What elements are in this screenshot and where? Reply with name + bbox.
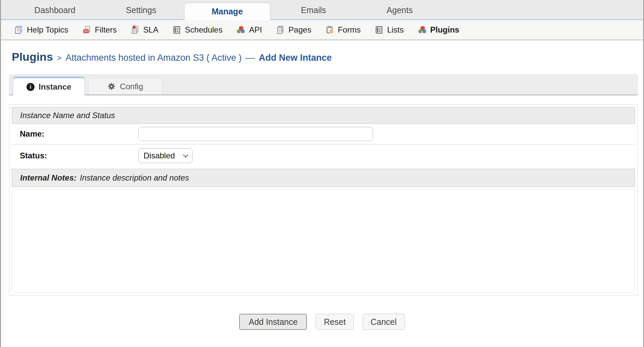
tab-agents[interactable]: Agents bbox=[357, 0, 443, 20]
status-select-value: Disabled bbox=[144, 151, 175, 160]
subnav-label: API bbox=[249, 25, 262, 35]
subnav-label: Lists bbox=[387, 25, 404, 35]
subnav-label: SLA bbox=[143, 25, 158, 35]
tab-config[interactable]: Config bbox=[88, 78, 162, 95]
info-icon: i bbox=[26, 83, 35, 91]
notes-label: Internal Notes: bbox=[20, 173, 76, 183]
status-row: Status: Disabled bbox=[12, 145, 635, 167]
subnav-label: Schedules bbox=[185, 25, 222, 35]
internal-notes-textarea[interactable] bbox=[12, 189, 635, 293]
name-row: Name: bbox=[12, 124, 635, 145]
subnav-item-lists[interactable]: Lists bbox=[375, 25, 404, 35]
status-label: Status: bbox=[12, 151, 138, 160]
subnav-label: Filters bbox=[95, 25, 117, 35]
svg-text:?: ? bbox=[16, 28, 19, 33]
name-input[interactable] bbox=[138, 127, 373, 141]
content-tab-strip: i Instance Config bbox=[9, 75, 638, 95]
tab-dashboard[interactable]: Dashboard bbox=[12, 0, 98, 20]
gear-icon bbox=[107, 82, 116, 91]
filters-icon bbox=[83, 26, 91, 34]
subnav-label: Forms bbox=[338, 25, 361, 35]
notes-hint: Instance description and notes bbox=[80, 173, 189, 183]
subnav-label: Help Topics bbox=[27, 25, 68, 35]
tab-emails[interactable]: Emails bbox=[270, 0, 357, 20]
subnav-item-pages[interactable]: Pages bbox=[276, 25, 311, 35]
pages-icon bbox=[276, 26, 285, 34]
lists-icon bbox=[375, 26, 383, 34]
status-select[interactable]: Disabled bbox=[138, 148, 193, 163]
tab-manage[interactable]: Manage bbox=[184, 3, 270, 20]
instance-form: Instance Name and Status Name: Status: D… bbox=[9, 104, 638, 295]
breadcrumb-section-link[interactable]: Plugins bbox=[12, 50, 53, 63]
tab-instance[interactable]: i Instance bbox=[13, 77, 85, 95]
subnav-item-filters[interactable]: Filters bbox=[83, 25, 117, 35]
forms-icon bbox=[325, 26, 334, 34]
breadcrumb-dash: — bbox=[246, 53, 255, 63]
cancel-button[interactable]: Cancel bbox=[363, 314, 405, 330]
chevron-down-icon bbox=[183, 152, 189, 157]
admin-page: Dashboard Settings Manage Emails Agents … bbox=[0, 0, 644, 347]
form-actions: Add Instance Reset Cancel bbox=[1, 314, 643, 330]
breadcrumb: Plugins > Attachments hosted in Amazon S… bbox=[12, 50, 643, 66]
section-title: Instance Name and Status bbox=[20, 111, 115, 120]
page-title: Add New Intance bbox=[259, 53, 332, 63]
tab-instance-label: Instance bbox=[39, 82, 71, 92]
tab-config-label: Config bbox=[120, 82, 143, 91]
help-topics-icon: ? bbox=[14, 26, 23, 34]
sub-nav: ? Help Topics Filters bbox=[1, 20, 643, 40]
add-instance-button[interactable]: Add Instance bbox=[239, 314, 307, 330]
name-label: Name: bbox=[12, 129, 138, 139]
tab-settings[interactable]: Settings bbox=[98, 0, 184, 20]
subnav-item-api[interactable]: API bbox=[236, 25, 262, 35]
schedules-icon bbox=[172, 26, 181, 34]
subnav-label: Pages bbox=[288, 25, 311, 35]
sla-icon bbox=[131, 26, 140, 34]
section-header-name-status: Instance Name and Status bbox=[12, 107, 635, 124]
breadcrumb-separator: > bbox=[57, 54, 61, 63]
reset-button[interactable]: Reset bbox=[316, 314, 354, 330]
subnav-item-help-topics[interactable]: ? Help Topics bbox=[14, 25, 68, 35]
subnav-item-forms[interactable]: Forms bbox=[325, 25, 361, 35]
breadcrumb-plugin-name: Attachments hosted in Amazon S3 ( Active… bbox=[65, 53, 241, 63]
api-icon bbox=[236, 26, 245, 34]
plugins-icon bbox=[418, 26, 427, 34]
subnav-item-plugins[interactable]: Plugins bbox=[418, 25, 460, 35]
subnav-label: Plugins bbox=[430, 25, 460, 35]
subnav-item-schedules[interactable]: Schedules bbox=[172, 25, 222, 35]
main-nav: Dashboard Settings Manage Emails Agents bbox=[1, 0, 643, 20]
section-header-internal-notes: Internal Notes: Instance description and… bbox=[12, 169, 635, 187]
subnav-item-sla[interactable]: SLA bbox=[131, 25, 158, 35]
